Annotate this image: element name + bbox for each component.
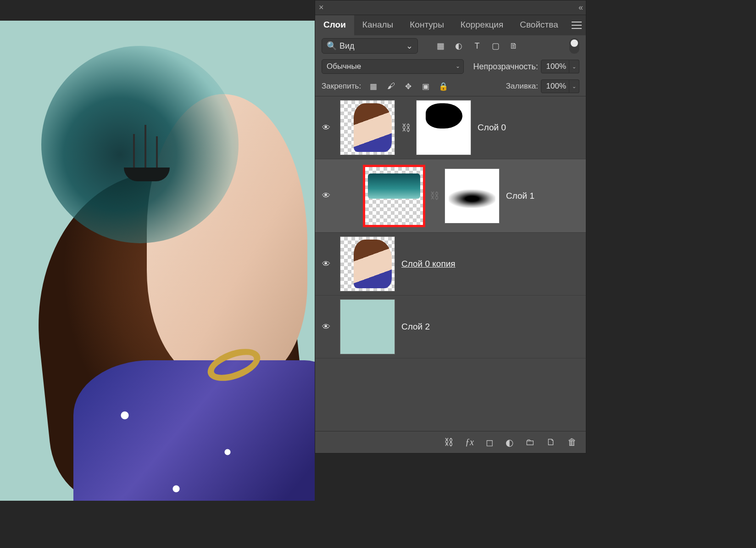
chevron-down-icon: ⌄ <box>406 41 413 51</box>
layer-thumbnail[interactable] <box>340 100 395 155</box>
layers-panel-footer: ⛓ ƒx ◻ ◐ 🗀 🗋 🗑 <box>315 431 586 453</box>
opacity-stepper[interactable]: ⌄ <box>569 60 579 73</box>
lock-pixels-icon[interactable]: ▦ <box>368 82 378 91</box>
filter-toggle[interactable] <box>569 38 579 54</box>
lock-row: Закрепить: ▦ 🖌 ✥ ▣ 🔒 Заливка: ⌄ <box>315 77 586 96</box>
opacity-input[interactable] <box>541 60 569 73</box>
layer-row[interactable]: 👁 Слой 0 копия <box>315 233 586 296</box>
lock-label: Закрепить: <box>322 82 361 91</box>
lock-brush-icon[interactable]: 🖌 <box>386 82 396 91</box>
layer-row[interactable]: 👁 ⛓ Слой 0 <box>315 96 586 159</box>
workspace: × ‹‹ Слои Каналы Контуры Коррекция Свойс… <box>0 0 756 548</box>
panel-titlebar: × ‹‹ <box>315 0 586 15</box>
adjustment-layer-icon[interactable]: ◐ <box>506 437 513 448</box>
layer-fx-icon[interactable]: ƒx <box>465 437 474 447</box>
filter-text-icon[interactable]: T <box>472 41 482 51</box>
artwork-dress <box>73 360 315 501</box>
layers-panel: × ‹‹ Слои Каналы Контуры Коррекция Свойс… <box>315 0 586 453</box>
tab-properties[interactable]: Свойства <box>511 15 566 35</box>
add-mask-icon[interactable]: ◻ <box>486 437 494 448</box>
visibility-toggle[interactable]: 👁 <box>319 191 334 201</box>
layer-type-filter[interactable]: 🔍 Вид ⌄ <box>322 38 418 54</box>
filter-shape-icon[interactable]: ▢ <box>490 41 500 51</box>
layer-name[interactable]: Слой 0 копия <box>401 259 456 269</box>
layer-thumbnail[interactable] <box>340 299 395 354</box>
blend-mode-select[interactable]: Обычные ⌄ <box>322 59 464 74</box>
layer-thumbnail[interactable] <box>340 236 395 291</box>
lock-artboard-icon[interactable]: ▣ <box>421 82 431 91</box>
mask-link-icon[interactable]: ⛓ <box>401 123 410 133</box>
close-panel-icon[interactable]: × <box>319 3 324 12</box>
visibility-toggle[interactable]: 👁 <box>319 259 334 269</box>
visibility-toggle[interactable]: 👁 <box>319 322 334 332</box>
lock-icons: ▦ 🖌 ✥ ▣ 🔒 <box>368 82 448 91</box>
fill-label: Заливка: <box>506 82 538 91</box>
filter-icons: ▦ ◐ T ▢ 🗎 <box>435 41 519 51</box>
tab-channels[interactable]: Каналы <box>354 15 401 35</box>
search-icon: 🔍 <box>327 41 337 51</box>
layer-thumbnail[interactable] <box>365 167 423 225</box>
panel-menu-icon[interactable] <box>567 15 586 35</box>
tab-layers[interactable]: Слои <box>315 15 354 35</box>
fill-stepper[interactable]: ⌄ <box>569 79 579 93</box>
tab-adjustments[interactable]: Коррекция <box>452 15 511 35</box>
tab-paths[interactable]: Контуры <box>401 15 452 35</box>
layer-row[interactable]: 👁 Слой 2 <box>315 296 586 358</box>
lock-all-icon[interactable]: 🔒 <box>438 82 448 91</box>
layer-name[interactable]: Слой 2 <box>401 322 430 332</box>
new-group-icon[interactable]: 🗀 <box>525 437 534 447</box>
artwork-ship <box>119 122 174 181</box>
layer-type-filter-label: Вид <box>339 41 355 51</box>
layer-row[interactable]: 👁 ⛓ Слой 1 <box>315 159 586 233</box>
blend-row: Обычные ⌄ Непрозрачность: ⌄ <box>315 56 586 77</box>
link-layers-icon[interactable]: ⛓ <box>444 437 453 447</box>
filter-smart-icon[interactable]: 🗎 <box>509 41 519 51</box>
layers-list: 👁 ⛓ Слой 0 👁 ⛓ <box>315 96 586 431</box>
collapse-panel-icon[interactable]: ‹‹ <box>578 3 582 12</box>
mask-link-icon[interactable]: ⛓ <box>430 190 438 201</box>
visibility-toggle[interactable]: 👁 <box>319 123 334 133</box>
panel-tabs: Слои Каналы Контуры Коррекция Свойства <box>315 15 586 35</box>
layer-name[interactable]: Слой 1 <box>506 191 534 201</box>
delete-layer-icon[interactable]: 🗑 <box>567 437 577 447</box>
layer-mask-thumbnail[interactable] <box>416 100 471 155</box>
opacity-label: Непрозрачность: <box>473 62 538 72</box>
lock-move-icon[interactable]: ✥ <box>403 82 413 91</box>
fill-input[interactable] <box>541 79 569 93</box>
canvas-area[interactable] <box>0 0 315 548</box>
layer-filter-row: 🔍 Вид ⌄ ▦ ◐ T ▢ 🗎 <box>315 35 586 56</box>
layer-name[interactable]: Слой 0 <box>478 123 506 133</box>
layer-mask-thumbnail[interactable] <box>445 168 500 224</box>
document-canvas[interactable] <box>0 21 315 501</box>
filter-image-icon[interactable]: ▦ <box>435 41 445 51</box>
new-layer-icon[interactable]: 🗋 <box>546 437 556 447</box>
blend-mode-value: Обычные <box>327 62 361 71</box>
filter-adjust-icon[interactable]: ◐ <box>454 41 464 51</box>
